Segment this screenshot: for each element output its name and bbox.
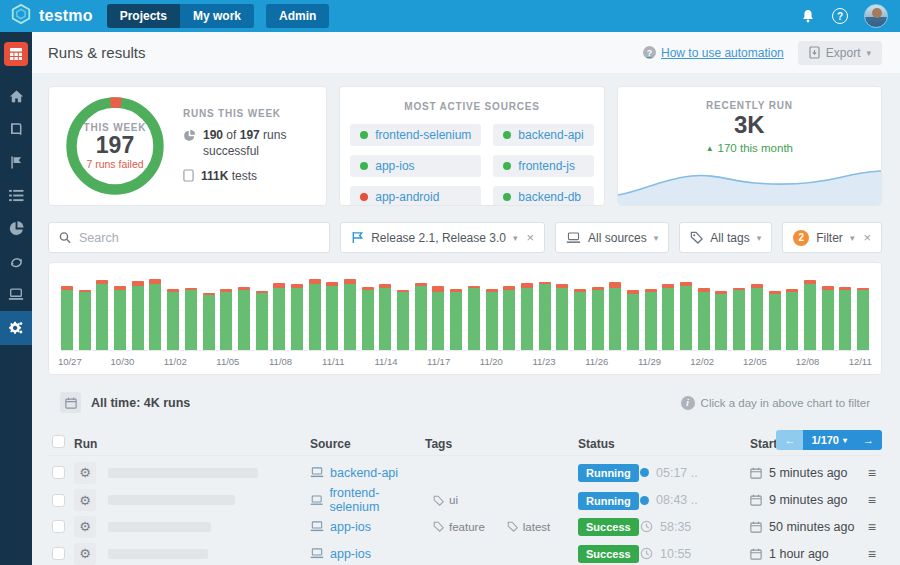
chart-day-bar[interactable] — [220, 289, 232, 350]
row-checkbox[interactable] — [52, 520, 65, 533]
help-icon[interactable]: ? — [832, 8, 848, 24]
chart-day-bar[interactable] — [698, 288, 710, 350]
chart-day-bar[interactable] — [769, 291, 781, 350]
tags-filter-chip[interactable]: All tags ▾ — [679, 222, 772, 253]
source-pill[interactable]: backend-api — [493, 124, 593, 146]
chart-day-bar[interactable] — [132, 281, 144, 350]
sidebar-reports-icon[interactable] — [0, 212, 32, 245]
source-link[interactable]: frontend-selenium — [310, 486, 425, 514]
chart-day-bar[interactable] — [822, 286, 834, 350]
chart-day-bar[interactable] — [786, 289, 798, 350]
chart-day-bar[interactable] — [662, 284, 674, 350]
chart-day-bar[interactable] — [61, 286, 73, 350]
tag-chip[interactable]: latest — [499, 518, 559, 536]
chart-day-bar[interactable] — [362, 287, 374, 350]
chart-day-bar[interactable] — [574, 289, 586, 350]
brand[interactable]: testmo — [0, 3, 107, 29]
chart-day-bar[interactable] — [450, 289, 462, 350]
run-settings-button[interactable]: ⚙ — [74, 516, 96, 538]
sidebar-sessions-icon[interactable] — [0, 278, 32, 311]
sidebar-automation-icon[interactable] — [0, 311, 32, 345]
chart-day-bar[interactable] — [715, 291, 727, 350]
chart-day-bar[interactable] — [256, 291, 268, 350]
chart-day-bar[interactable] — [733, 288, 745, 350]
project-switcher-icon[interactable] — [4, 42, 28, 66]
chart-day-bar[interactable] — [857, 288, 869, 350]
tag-chip[interactable]: feature — [425, 518, 493, 536]
export-button[interactable]: Export ▾ — [798, 41, 882, 65]
chart-day-bar[interactable] — [539, 282, 551, 350]
sidebar-automation-runs-icon[interactable] — [0, 245, 32, 278]
source-pill[interactable]: app-android — [350, 186, 481, 206]
search-box[interactable] — [48, 222, 330, 253]
row-checkbox[interactable] — [52, 547, 65, 560]
select-all-checkbox[interactable] — [52, 435, 65, 448]
source-pill[interactable]: backend-db — [493, 186, 593, 206]
chart-day-bar[interactable] — [804, 280, 816, 350]
chart-day-bar[interactable] — [203, 293, 215, 350]
chart-day-bar[interactable] — [238, 287, 250, 350]
search-input[interactable] — [79, 231, 319, 245]
sources-filter-chip[interactable]: All sources ▾ — [555, 222, 669, 253]
run-name-placeholder[interactable] — [108, 468, 258, 478]
source-link[interactable]: app-ios — [310, 547, 425, 561]
chart-day-bar[interactable] — [344, 279, 356, 350]
run-name-placeholder[interactable] — [108, 522, 211, 532]
run-name-placeholder[interactable] — [108, 549, 208, 559]
row-menu-icon[interactable]: ≡ — [855, 546, 882, 562]
chart-day-bar[interactable] — [486, 289, 498, 350]
prev-page-button[interactable]: ← — [776, 430, 803, 450]
chart-day-bar[interactable] — [415, 283, 427, 350]
run-settings-button[interactable]: ⚙ — [74, 462, 96, 484]
row-menu-icon[interactable]: ≡ — [855, 519, 882, 535]
filter-chip[interactable]: 2 Filter ▾ × — [782, 222, 882, 253]
next-page-button[interactable]: → — [855, 430, 882, 450]
row-menu-icon[interactable]: ≡ — [855, 492, 882, 508]
chart-day-bar[interactable] — [309, 279, 321, 350]
chart-day-bar[interactable] — [273, 283, 285, 350]
run-name-placeholder[interactable] — [108, 495, 235, 505]
chart-day-bar[interactable] — [114, 286, 126, 350]
chart-day-bar[interactable] — [645, 289, 657, 350]
chart-day-bar[interactable] — [521, 283, 533, 350]
chart-day-bar[interactable] — [96, 280, 108, 350]
chart-day-bar[interactable] — [609, 282, 621, 350]
row-checkbox[interactable] — [52, 466, 65, 479]
source-pill[interactable]: frontend-selenium — [350, 124, 481, 146]
chart-day-bar[interactable] — [680, 282, 692, 350]
chart-day-bar[interactable] — [291, 284, 303, 350]
source-link[interactable]: backend-api — [310, 466, 425, 480]
chart-day-bar[interactable] — [468, 286, 480, 350]
milestone-filter-chip[interactable]: Release 2.1, Release 3.0 ▾ × — [340, 222, 545, 253]
chart-day-bar[interactable] — [185, 288, 197, 350]
clear-filter-icon[interactable]: × — [863, 230, 871, 245]
chart-day-bar[interactable] — [627, 290, 639, 350]
chart-day-bar[interactable] — [397, 290, 409, 350]
nav-projects[interactable]: Projects — [107, 4, 180, 28]
chart-day-bar[interactable] — [839, 287, 851, 350]
nav-mywork[interactable]: My work — [180, 4, 254, 28]
clear-milestone-filter-icon[interactable]: × — [527, 230, 535, 245]
sidebar-home-icon[interactable] — [0, 80, 32, 113]
run-settings-button[interactable]: ⚙ — [74, 543, 96, 565]
chart-day-bar[interactable] — [592, 287, 604, 350]
chart-day-bar[interactable] — [556, 284, 568, 350]
sidebar-testcases-icon[interactable] — [0, 179, 32, 212]
sidebar-milestones-icon[interactable] — [0, 146, 32, 179]
row-checkbox[interactable] — [52, 494, 65, 507]
sidebar-docs-icon[interactable] — [0, 113, 32, 146]
how-to-use-automation-link[interactable]: ? How to use automation — [643, 46, 784, 60]
chart-day-bar[interactable] — [751, 284, 763, 350]
source-pill[interactable]: frontend-js — [493, 155, 593, 177]
nav-admin[interactable]: Admin — [266, 4, 329, 28]
run-settings-button[interactable]: ⚙ — [74, 489, 96, 511]
chart-day-bar[interactable] — [167, 289, 179, 350]
notifications-bell-icon[interactable] — [800, 8, 816, 24]
user-avatar[interactable] — [864, 4, 888, 28]
chart-day-bar[interactable] — [432, 286, 444, 350]
source-pill[interactable]: app-ios — [350, 155, 481, 177]
chart-day-bar[interactable] — [149, 279, 161, 350]
tag-chip[interactable]: ui — [425, 491, 466, 509]
chart-day-bar[interactable] — [379, 284, 391, 350]
page-selector[interactable]: 1/170▾ — [803, 430, 855, 450]
